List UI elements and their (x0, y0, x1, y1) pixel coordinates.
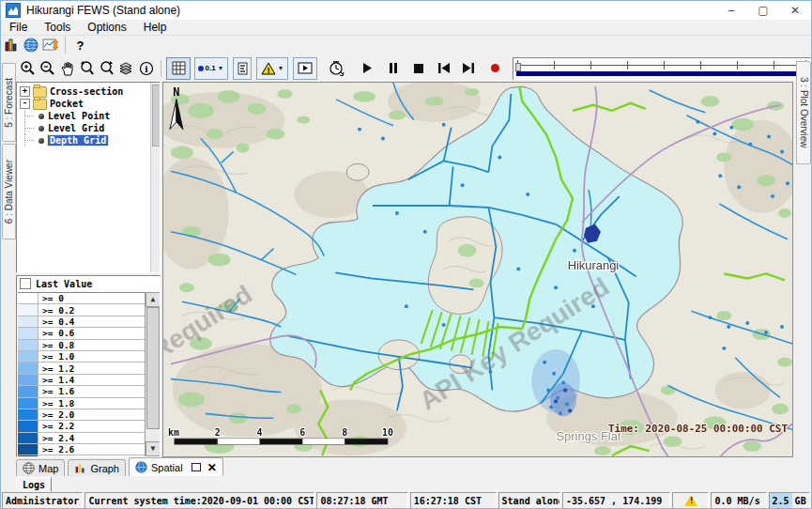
expand-icon[interactable]: + (20, 86, 30, 97)
status-bar: Administrator Current system time:2020-0… (1, 491, 811, 509)
status-warning-cell[interactable] (672, 492, 709, 509)
tab-data-viewer-label: 6 : Data Viewer (4, 160, 14, 224)
map-view[interactable]: API Key Required API Key Required N Hiku… (162, 82, 793, 457)
animation-dialog-button[interactable] (293, 57, 317, 80)
legend-label: >= 2.4 (38, 433, 74, 443)
tab-forecast[interactable]: 5 : Forecast (2, 63, 16, 142)
globe-icon[interactable] (21, 36, 40, 55)
legend-row[interactable]: >= 1.4 (18, 375, 146, 386)
tree-item-depth-grid[interactable]: Depth Grid (18, 134, 160, 147)
tree-item-level-grid[interactable]: Level Grid (18, 122, 160, 134)
legend-row[interactable]: >= 2.4 (18, 433, 146, 444)
scale-tick: 2 (215, 427, 221, 438)
zoom-out-icon[interactable] (38, 58, 57, 78)
scale-tick: 8 (342, 427, 347, 438)
tab-plot-overview[interactable]: 3 : Plot Overview (796, 61, 811, 164)
main-toolbar: ? (1, 36, 811, 54)
skip-to-end-button[interactable] (458, 58, 478, 78)
scroll-up-icon[interactable]: ▲ (146, 292, 161, 307)
legend-scrollbar-thumb[interactable] (146, 307, 160, 429)
legend-swatch (18, 340, 38, 350)
legend-swatch (18, 444, 38, 455)
spatial-display-icon[interactable] (40, 36, 60, 55)
menu-options[interactable]: Options (79, 21, 134, 34)
tab-graph-label: Graph (90, 463, 119, 474)
record-button[interactable] (485, 58, 505, 78)
skip-to-start-button[interactable] (434, 58, 453, 78)
chevron-down-icon: ▼ (278, 65, 284, 71)
scroll-down-icon[interactable]: ▼ (146, 441, 161, 456)
stop-button[interactable] (408, 58, 428, 78)
globe-icon (135, 461, 147, 473)
legend-row[interactable]: >= 0.6 (18, 328, 146, 339)
menu-help[interactable]: Help (135, 21, 176, 34)
legend-swatch (18, 328, 38, 338)
maximize-button[interactable]: ▢ (747, 1, 779, 20)
timeline-slider[interactable] (513, 57, 811, 80)
legend-row[interactable]: >= 0.2 (18, 304, 146, 316)
timeline-handle-start[interactable] (515, 63, 521, 71)
legend-label: >= 1.4 (38, 375, 74, 385)
minimize-button[interactable]: – (715, 1, 747, 20)
legend-row[interactable]: >= 1.0 (18, 351, 146, 362)
tab-close-icon[interactable]: ✕ (207, 461, 217, 474)
status-system-time: Current system time:2020-09-01 00:00 CST (84, 492, 314, 509)
thresholds-warning-button[interactable]: ! ▼ (256, 57, 288, 80)
menu-file[interactable]: File (1, 21, 36, 34)
pause-button[interactable] (383, 58, 403, 78)
tree-scrollbar[interactable] (150, 83, 160, 272)
legend-row[interactable]: >= 2.8 (18, 455, 146, 456)
info-icon[interactable]: i (136, 58, 156, 78)
tree-scrollbar-thumb[interactable] (152, 85, 161, 147)
timer-settings-icon[interactable] (327, 58, 346, 78)
chevron-down-icon: ▼ (218, 65, 224, 71)
last-value-checkbox[interactable] (20, 278, 31, 289)
legend-row[interactable]: >= 2.6 (18, 444, 146, 455)
tab-spatial[interactable]: Spatial ✕ (129, 457, 223, 476)
legend-row[interactable]: >= 2.2 (18, 421, 146, 432)
zoom-previous-icon[interactable] (77, 58, 97, 78)
database-explorer-icon[interactable] (1, 36, 21, 55)
legend-swatch (18, 351, 38, 362)
map-svg: API Key Required API Key Required N Hiku… (163, 83, 792, 456)
tree-guide (24, 134, 37, 147)
collapse-icon[interactable]: - (20, 99, 30, 109)
tab-map[interactable]: Map (16, 459, 65, 476)
grid-toggle-button[interactable] (166, 57, 191, 80)
legend-row[interactable]: >= 0 (18, 293, 146, 304)
tab-maximize-icon[interactable] (192, 463, 201, 471)
legend-toggle-button[interactable] (233, 57, 252, 80)
tab-map-label: Map (38, 463, 58, 474)
legend-row[interactable]: >= 0.8 (18, 340, 146, 351)
classbreaks-threshold-button[interactable]: 0.1 ▼ (194, 57, 228, 80)
legend-row[interactable]: >= 0.4 (18, 316, 146, 328)
status-mode: Stand alone (498, 492, 560, 509)
legend-swatch (18, 455, 38, 456)
tab-data-viewer[interactable]: 6 : Data Viewer (2, 144, 16, 239)
legend-row[interactable]: >= 1.2 (18, 362, 146, 374)
layers-icon[interactable] (116, 58, 136, 78)
legend-row[interactable]: >= 1.6 (18, 386, 146, 397)
legend-label: >= 0.2 (38, 304, 74, 315)
close-button[interactable]: ✕ (779, 1, 811, 20)
tab-forecast-label: 5 : Forecast (4, 78, 14, 128)
bottom-tab-bar: Map Graph Spatial ✕ (1, 457, 812, 476)
pan-hand-icon[interactable] (57, 58, 77, 78)
help-button[interactable]: ? (70, 36, 90, 55)
tab-graph[interactable]: Graph (68, 459, 126, 476)
legend-row[interactable]: >= 1.8 (18, 398, 146, 409)
zoom-next-icon[interactable] (97, 58, 116, 78)
scale-tick: 10 (382, 427, 393, 438)
play-button[interactable] (358, 58, 377, 78)
timeline-range-bar[interactable] (516, 71, 807, 76)
status-memory[interactable]: 2.5 GB (769, 492, 810, 509)
tree-item-pocket[interactable]: - Pocket (18, 98, 160, 110)
town-label: Hikurangi (568, 259, 620, 273)
legend-swatch (18, 386, 38, 396)
tree-item-level-point[interactable]: Level Point (18, 110, 160, 122)
tree-item-label: Level Point (48, 111, 110, 121)
menu-tools[interactable]: Tools (36, 21, 79, 34)
legend-scrollbar[interactable]: ▲ ▼ (145, 292, 160, 456)
zoom-in-icon[interactable] (18, 58, 38, 78)
legend-row[interactable]: >= 2.0 (18, 409, 146, 421)
